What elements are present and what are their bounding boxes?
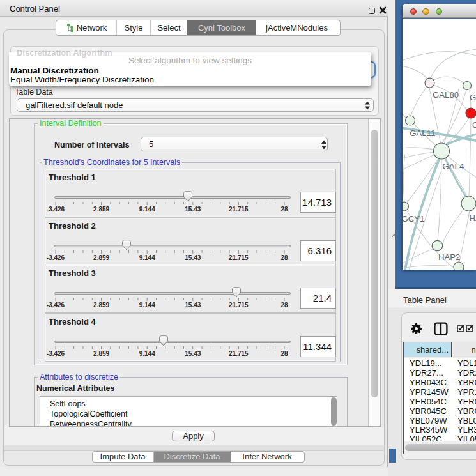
svg-text:GCY1: GCY1	[403, 214, 424, 224]
svg-text:C: C	[472, 120, 476, 130]
svg-text:GAL80: GAL80	[433, 90, 459, 100]
svg-text:GAL4: GAL4	[443, 162, 464, 171]
svg-text:GAL11: GAL11	[410, 128, 435, 138]
svg-text:HAP2: HAP2	[438, 252, 460, 262]
svg-text:HA: HA	[470, 213, 476, 223]
svg-text:GA: GA	[470, 93, 476, 102]
